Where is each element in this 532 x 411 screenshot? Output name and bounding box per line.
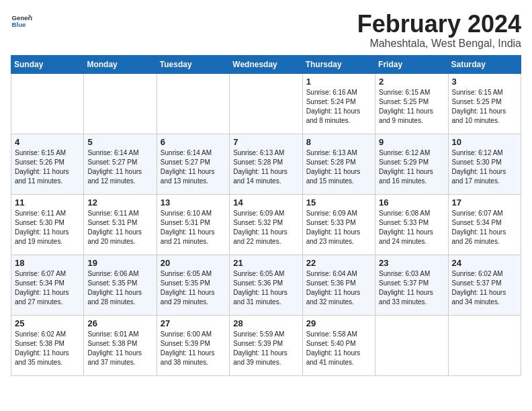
- day-info: Sunrise: 6:15 AM Sunset: 5:25 PM Dayligh…: [452, 88, 517, 126]
- calendar-cell: 21Sunrise: 6:05 AM Sunset: 5:36 PM Dayli…: [230, 255, 302, 315]
- title-block: February 2024 Maheshtala, West Bengal, I…: [357, 11, 521, 50]
- calendar-cell: 4Sunrise: 6:15 AM Sunset: 5:26 PM Daylig…: [11, 134, 84, 194]
- day-number: 28: [233, 318, 298, 328]
- day-header-saturday: Saturday: [448, 55, 521, 73]
- calendar-cell: 14Sunrise: 6:09 AM Sunset: 5:32 PM Dayli…: [230, 194, 302, 255]
- day-info: Sunrise: 6:14 AM Sunset: 5:27 PM Dayligh…: [161, 148, 226, 186]
- day-number: 13: [161, 197, 226, 208]
- day-number: 12: [87, 197, 152, 208]
- calendar-cell: 19Sunrise: 6:06 AM Sunset: 5:35 PM Dayli…: [84, 255, 157, 315]
- day-info: Sunrise: 6:12 AM Sunset: 5:30 PM Dayligh…: [452, 148, 517, 186]
- week-row-3: 11Sunrise: 6:11 AM Sunset: 5:30 PM Dayli…: [11, 194, 521, 255]
- day-number: 9: [379, 137, 444, 147]
- day-number: 3: [452, 77, 517, 87]
- day-info: Sunrise: 6:11 AM Sunset: 5:31 PM Dayligh…: [87, 209, 152, 246]
- day-info: Sunrise: 6:08 AM Sunset: 5:33 PM Dayligh…: [379, 209, 444, 246]
- day-number: 6: [161, 137, 226, 147]
- day-number: 11: [15, 197, 80, 208]
- day-info: Sunrise: 6:01 AM Sunset: 5:38 PM Dayligh…: [87, 330, 152, 367]
- calendar-cell: 18Sunrise: 6:07 AM Sunset: 5:34 PM Dayli…: [11, 255, 84, 315]
- day-number: 4: [15, 137, 80, 147]
- day-number: 25: [15, 318, 80, 328]
- calendar-cell: [230, 73, 302, 134]
- calendar-header-row: SundayMondayTuesdayWednesdayThursdayFrid…: [11, 55, 521, 73]
- calendar-cell: 10Sunrise: 6:12 AM Sunset: 5:30 PM Dayli…: [448, 134, 521, 194]
- day-number: 23: [379, 258, 444, 268]
- calendar-table: SundayMondayTuesdayWednesdayThursdayFrid…: [11, 55, 521, 376]
- day-info: Sunrise: 6:13 AM Sunset: 5:28 PM Dayligh…: [306, 148, 371, 186]
- day-number: 8: [306, 137, 371, 147]
- day-info: Sunrise: 6:16 AM Sunset: 5:24 PM Dayligh…: [306, 88, 371, 126]
- day-number: 22: [306, 258, 371, 268]
- calendar-cell: 25Sunrise: 6:02 AM Sunset: 5:38 PM Dayli…: [11, 315, 84, 375]
- day-info: Sunrise: 6:02 AM Sunset: 5:38 PM Dayligh…: [15, 330, 80, 367]
- calendar-cell: 5Sunrise: 6:14 AM Sunset: 5:27 PM Daylig…: [84, 134, 157, 194]
- calendar-cell: [11, 73, 84, 134]
- calendar-cell: 7Sunrise: 6:13 AM Sunset: 5:28 PM Daylig…: [230, 134, 302, 194]
- day-number: 7: [233, 137, 298, 147]
- day-number: 16: [379, 197, 444, 208]
- day-info: Sunrise: 6:14 AM Sunset: 5:27 PM Dayligh…: [87, 148, 152, 186]
- day-header-tuesday: Tuesday: [157, 55, 229, 73]
- day-number: 21: [233, 258, 298, 268]
- week-row-1: 1Sunrise: 6:16 AM Sunset: 5:24 PM Daylig…: [11, 73, 521, 134]
- calendar-cell: 3Sunrise: 6:15 AM Sunset: 5:25 PM Daylig…: [448, 73, 521, 134]
- calendar-cell: [157, 73, 229, 134]
- svg-text:Blue: Blue: [12, 21, 26, 28]
- day-header-sunday: Sunday: [11, 55, 84, 73]
- day-info: Sunrise: 6:12 AM Sunset: 5:29 PM Dayligh…: [379, 148, 444, 186]
- calendar-cell: 12Sunrise: 6:11 AM Sunset: 5:31 PM Dayli…: [84, 194, 157, 255]
- calendar-cell: 28Sunrise: 5:59 AM Sunset: 5:39 PM Dayli…: [230, 315, 302, 375]
- day-header-thursday: Thursday: [302, 55, 375, 73]
- day-header-wednesday: Wednesday: [230, 55, 302, 73]
- calendar-cell: 9Sunrise: 6:12 AM Sunset: 5:29 PM Daylig…: [375, 134, 448, 194]
- logo-icon: General Blue: [11, 11, 32, 32]
- day-info: Sunrise: 6:13 AM Sunset: 5:28 PM Dayligh…: [233, 148, 298, 186]
- logo: General Blue: [11, 11, 32, 32]
- day-info: Sunrise: 6:02 AM Sunset: 5:37 PM Dayligh…: [452, 269, 517, 307]
- day-info: Sunrise: 6:09 AM Sunset: 5:33 PM Dayligh…: [306, 209, 371, 246]
- day-number: 5: [87, 137, 152, 147]
- day-info: Sunrise: 6:07 AM Sunset: 5:34 PM Dayligh…: [452, 209, 517, 246]
- calendar-cell: 20Sunrise: 6:05 AM Sunset: 5:35 PM Dayli…: [157, 255, 229, 315]
- day-number: 27: [161, 318, 226, 328]
- calendar-cell: [448, 315, 521, 375]
- calendar-cell: 6Sunrise: 6:14 AM Sunset: 5:27 PM Daylig…: [157, 134, 229, 194]
- day-number: 19: [87, 258, 152, 268]
- day-number: 20: [161, 258, 226, 268]
- day-header-monday: Monday: [84, 55, 157, 73]
- page-header: General Blue February 2024 Maheshtala, W…: [11, 11, 521, 50]
- month-title: February 2024: [357, 11, 521, 38]
- day-info: Sunrise: 6:05 AM Sunset: 5:36 PM Dayligh…: [233, 269, 298, 307]
- day-number: 15: [306, 197, 371, 208]
- week-row-4: 18Sunrise: 6:07 AM Sunset: 5:34 PM Dayli…: [11, 255, 521, 315]
- week-row-2: 4Sunrise: 6:15 AM Sunset: 5:26 PM Daylig…: [11, 134, 521, 194]
- calendar-cell: 17Sunrise: 6:07 AM Sunset: 5:34 PM Dayli…: [448, 194, 521, 255]
- calendar-cell: 8Sunrise: 6:13 AM Sunset: 5:28 PM Daylig…: [302, 134, 375, 194]
- day-number: 18: [15, 258, 80, 268]
- day-number: 17: [452, 197, 517, 208]
- day-info: Sunrise: 6:05 AM Sunset: 5:35 PM Dayligh…: [161, 269, 226, 307]
- calendar-cell: 11Sunrise: 6:11 AM Sunset: 5:30 PM Dayli…: [11, 194, 84, 255]
- day-number: 2: [379, 77, 444, 87]
- day-number: 1: [306, 77, 371, 87]
- calendar-cell: 13Sunrise: 6:10 AM Sunset: 5:31 PM Dayli…: [157, 194, 229, 255]
- day-info: Sunrise: 6:11 AM Sunset: 5:30 PM Dayligh…: [15, 209, 80, 246]
- day-info: Sunrise: 5:59 AM Sunset: 5:39 PM Dayligh…: [233, 330, 298, 367]
- day-info: Sunrise: 5:58 AM Sunset: 5:40 PM Dayligh…: [306, 330, 371, 367]
- calendar-cell: [375, 315, 448, 375]
- day-header-friday: Friday: [375, 55, 448, 73]
- calendar-cell: 15Sunrise: 6:09 AM Sunset: 5:33 PM Dayli…: [302, 194, 375, 255]
- week-row-5: 25Sunrise: 6:02 AM Sunset: 5:38 PM Dayli…: [11, 315, 521, 375]
- calendar-cell: 22Sunrise: 6:04 AM Sunset: 5:36 PM Dayli…: [302, 255, 375, 315]
- day-info: Sunrise: 6:10 AM Sunset: 5:31 PM Dayligh…: [161, 209, 226, 246]
- day-number: 14: [233, 197, 298, 208]
- day-info: Sunrise: 6:06 AM Sunset: 5:35 PM Dayligh…: [87, 269, 152, 307]
- calendar-cell: 24Sunrise: 6:02 AM Sunset: 5:37 PM Dayli…: [448, 255, 521, 315]
- day-number: 29: [306, 318, 371, 328]
- location-subtitle: Maheshtala, West Bengal, India: [357, 38, 521, 50]
- calendar-cell: 1Sunrise: 6:16 AM Sunset: 5:24 PM Daylig…: [302, 73, 375, 134]
- day-number: 26: [87, 318, 152, 328]
- calendar-cell: [84, 73, 157, 134]
- day-info: Sunrise: 6:15 AM Sunset: 5:25 PM Dayligh…: [379, 88, 444, 126]
